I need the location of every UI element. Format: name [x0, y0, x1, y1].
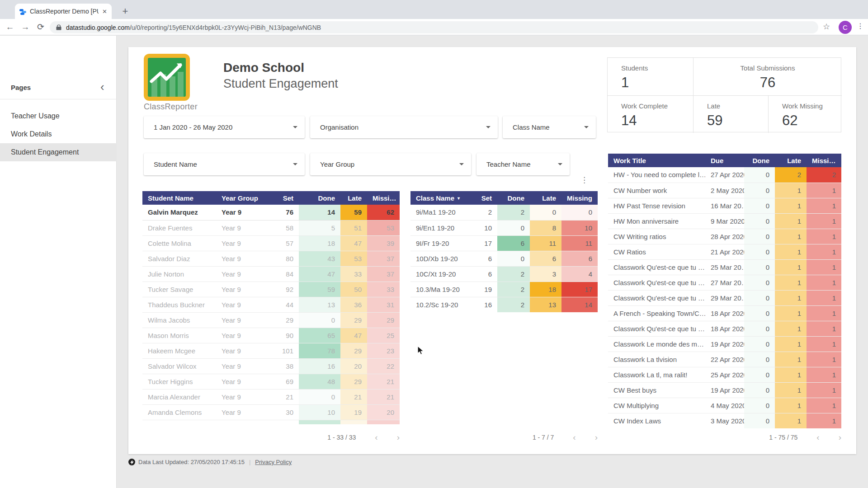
profile-avatar[interactable]: C [839, 21, 852, 34]
last-updated-text: Data Last Updated: 27/05/2020 17:45:15 [138, 459, 245, 465]
report-card: ClassReporter Demo School Student Engage… [128, 47, 856, 454]
table-row[interactable]: Mason MorrisYear 990654725 [142, 328, 400, 343]
next-page-icon[interactable]: › [839, 433, 841, 442]
tab-close-icon[interactable]: ✕ [102, 8, 107, 15]
chevron-down-icon [293, 126, 297, 128]
data-freshness-icon[interactable] [128, 459, 135, 465]
table-row[interactable]: Tucker SavageYear 992595033 [142, 282, 400, 297]
table-row[interactable]: Drake FuentesYear 95855153 [142, 220, 400, 235]
table-row[interactable]: Classwork Qu'est-ce que tu …25 Mar 20…01… [608, 259, 841, 275]
table-row[interactable]: Galvin MarquezYear 976145962 [142, 205, 400, 220]
table-row[interactable]: CW Writing ratios28 Apr 2020011 [608, 229, 841, 244]
table-row[interactable]: 10D/Xb 19-206066 [410, 251, 598, 266]
report-canvas: ClassReporter Demo School Student Engage… [117, 36, 868, 488]
table-row[interactable]: CW Ratios21 Apr 2020011 [608, 244, 841, 259]
column-header-missi-[interactable]: Missi… [367, 191, 400, 205]
table-row[interactable]: 10C/Xt 19-206234 [410, 266, 598, 282]
table-row[interactable]: Wilma JacobsYear 92902929 [142, 312, 400, 328]
table-row[interactable]: 10.2/Sc 19-201621314 [410, 297, 598, 312]
pages-sidebar: Pages ‹ Teacher UsageWork DetailsStudent… [0, 36, 117, 488]
address-bar[interactable]: datastudio.google.com/u/0/reporting/15y6… [50, 21, 818, 33]
students-pagination: 1 - 33 / 33 ‹ › [142, 432, 400, 443]
back-icon[interactable]: ← [5, 22, 15, 33]
table-row[interactable]: Salvador DiazYear 980435337 [142, 251, 400, 266]
sidebar-item-teacher-usage[interactable]: Teacher Usage [0, 107, 117, 125]
column-header-work-title[interactable]: Work Title [608, 154, 705, 167]
table-row[interactable]: CW Number work2 May 2020011 [608, 183, 841, 198]
table-row[interactable]: 9I/Fr 19-201761111 [410, 235, 598, 251]
new-tab-button[interactable]: + [118, 5, 132, 18]
table-row[interactable]: 10.3/Ma 19-201921817 [410, 282, 598, 297]
collapse-sidebar-icon[interactable]: ‹ [100, 80, 104, 94]
chevron-down-icon [293, 163, 297, 165]
table-row[interactable]: Hakeem McgeeYear 9101782923 [142, 343, 400, 358]
column-header-late[interactable]: Late [340, 191, 367, 205]
filter-dropdown-1[interactable]: 1 Jan 2020 - 26 May 2020 [144, 116, 305, 138]
table-row[interactable]: CW Best buys19 Apr 2020011 [608, 382, 841, 398]
filter-dropdown-2[interactable]: Organisation [310, 116, 498, 138]
students-table: Student NameYear GroupSetDoneLateMissi…G… [142, 191, 400, 424]
table-row[interactable]: Classwork La tl, ma ralit!25 Apr 2020011 [608, 367, 841, 382]
column-header-class-name[interactable]: Class Name▾ [410, 191, 470, 205]
classreporter-favicon-icon [19, 8, 26, 15]
column-header-done[interactable]: Done [497, 191, 530, 205]
privacy-policy-link[interactable]: Privacy Policy [255, 459, 292, 465]
column-header-missing[interactable]: Missing [561, 191, 598, 205]
filter-dropdown-5[interactable]: Year Group [310, 153, 471, 175]
classes-pagination: 1 - 7 / 7 ‹ › [410, 432, 598, 443]
table-row[interactable]: HW - You need to complete l…27 Apr 20200… [608, 167, 841, 183]
table-row[interactable]: HW Mon anniversaire9 Mar 2020011 [608, 213, 841, 229]
column-header-done[interactable]: Done [744, 154, 775, 167]
chevron-down-icon [558, 163, 562, 165]
table-row[interactable]: 451028 [142, 420, 400, 424]
column-header-late[interactable]: Late [775, 154, 807, 167]
table-row[interactable]: CW Multiplying4 May 2020011 [608, 398, 841, 413]
scorecard-work-complete: Work Complete 14 [608, 95, 693, 133]
table-row[interactable]: Classwork Qu'est-ce que tu …29 Mar 20…01… [608, 290, 841, 305]
column-header-due[interactable]: Due [705, 154, 744, 167]
browser-menu-icon[interactable]: ⋮ [857, 22, 864, 30]
sidebar-item-student-engagement[interactable]: Student Engagement [0, 143, 117, 161]
column-header-done[interactable]: Done [299, 191, 340, 205]
works-pagination: 1 - 75 / 75 ‹ › [608, 432, 841, 443]
forward-icon[interactable]: → [20, 22, 31, 33]
table-row[interactable]: Thaddeus BucknerYear 944133631 [142, 297, 400, 312]
next-page-icon[interactable]: › [595, 433, 598, 442]
table-row[interactable]: A French - Speaking Town/C…18 Apr 202001… [608, 305, 841, 321]
column-header-student-name[interactable]: Student Name [142, 191, 216, 205]
sidebar-item-work-details[interactable]: Work Details [0, 125, 117, 143]
table-row[interactable]: Classwork Qu'est-ce que tu …18 Apr 20200… [608, 321, 841, 336]
table-row[interactable]: Classwork Qu'est-ce que tu …27 Mar 20…01… [608, 275, 841, 290]
table-row[interactable]: Marcia AlexanderYear 92102121 [142, 389, 400, 404]
filter-dropdown-3[interactable]: Class Name [503, 116, 596, 138]
chart-options-menu-icon[interactable]: ⋮ [580, 175, 588, 185]
bookmark-star-icon[interactable]: ☆ [823, 22, 830, 32]
table-row[interactable]: Salvador WilcoxYear 938162022 [142, 358, 400, 374]
table-row[interactable]: 9i/En1 19-20100810 [410, 220, 598, 235]
table-row[interactable]: Amanda ClemonsYear 930101920 [142, 404, 400, 420]
logo-wordmark: ClassReporter [144, 102, 198, 112]
prev-page-icon[interactable]: ‹ [816, 433, 819, 442]
report-footer: Data Last Updated: 27/05/2020 17:45:15 |… [128, 459, 292, 465]
column-header-late[interactable]: Late [530, 191, 561, 205]
table-row[interactable]: Classwork La tlvision22 Apr 2020011 [608, 352, 841, 367]
filter-dropdown-6[interactable]: Teacher Name [476, 153, 570, 175]
prev-page-icon[interactable]: ‹ [573, 433, 576, 442]
prev-page-icon[interactable]: ‹ [375, 433, 377, 442]
table-row[interactable]: Classwork Le monde des m…19 Apr 2020011 [608, 336, 841, 352]
filter-dropdown-4[interactable]: Student Name [144, 153, 305, 175]
table-row[interactable]: HW Past Tense revision16 Mar 20…011 [608, 198, 841, 213]
table-row[interactable]: Julie NortonYear 984473337 [142, 266, 400, 282]
table-row[interactable]: CW Index Laws3 May 2020011 [608, 413, 841, 428]
table-row[interactable]: Colette MolinaYear 957184739 [142, 235, 400, 251]
column-header-set[interactable]: Set [470, 191, 497, 205]
browser-tab[interactable]: ClassReporter Demo [PUBLIC] ✕ [15, 4, 112, 19]
column-header-missi-[interactable]: Missi… [807, 154, 841, 167]
reload-icon[interactable]: ⟳ [35, 22, 46, 33]
next-page-icon[interactable]: › [397, 433, 400, 442]
table-row[interactable]: 9i/Ma1 19-202200 [410, 205, 598, 220]
column-header-set[interactable]: Set [271, 191, 299, 205]
table-row[interactable]: Tucker HigginsYear 969482921 [142, 374, 400, 389]
column-header-year-group[interactable]: Year Group [216, 191, 271, 205]
kpi-scorecards: Students 1 Total Submissions 76 Work Com… [607, 57, 841, 132]
